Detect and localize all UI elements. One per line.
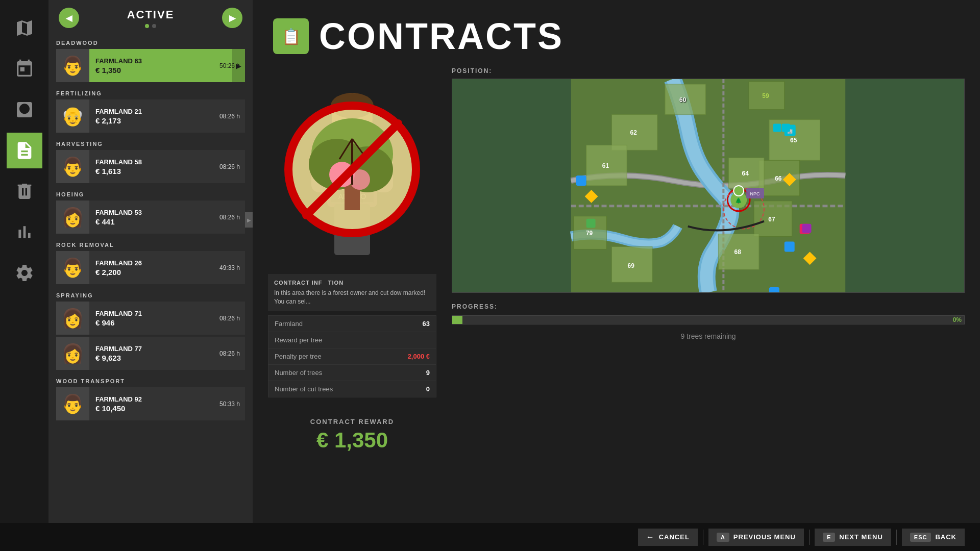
contract-info-spraying-71: FARMLAND 71 € 946 <box>89 306 219 331</box>
svg-text:NPC: NPC <box>750 191 760 196</box>
svg-rect-65 <box>769 287 779 292</box>
section-rock-removal-title: ROCK REMOVAL <box>56 242 245 248</box>
contract-item-wood-92[interactable]: 👨 FARMLAND 92 € 10,450 50:33 h <box>56 387 245 420</box>
contract-item-hoeing-53[interactable]: 👩 FARMLAND 53 € 441 08:26 h <box>56 201 245 234</box>
sidebar-item-animals[interactable] <box>7 92 42 128</box>
scroll-handle[interactable]: ▶ <box>245 212 253 228</box>
farmland-label-26: FARMLAND 26 <box>95 259 213 267</box>
avatar-wood-92: 👨 <box>56 387 89 420</box>
next-label: NEXT MENU <box>839 533 883 541</box>
farmland-label-63: FARMLAND 63 <box>95 57 213 65</box>
contract-item-spraying-77[interactable]: 👩 FARMLAND 77 € 9,623 08:26 h <box>56 337 245 370</box>
contract-description-text: In this area there is a forest owner and… <box>274 289 430 306</box>
contract-item-deadwood-63[interactable]: 👨 FARMLAND 63 € 1,350 50:26 h ▶ <box>56 49 245 82</box>
page-header: 📋 CONTRACTS <box>253 0 980 67</box>
farmland-label: Farmland <box>275 320 303 328</box>
sidebar-item-map[interactable] <box>7 10 42 46</box>
time-21: 08:26 h <box>219 113 245 120</box>
reward-71: € 946 <box>95 318 213 327</box>
time-71: 08:26 h <box>219 315 245 322</box>
prev-label: PREVIOUS MENU <box>733 533 796 541</box>
panel-next-button[interactable]: ▶ <box>222 8 242 28</box>
detail-panel: NOAH ADWOO <box>268 67 436 465</box>
svg-text:🌲: 🌲 <box>735 197 742 204</box>
farmland-label-53: FARMLAND 53 <box>95 209 213 216</box>
reward-58: € 1,613 <box>95 167 213 176</box>
contract-item-harvesting-58[interactable]: 👨 FARMLAND 58 € 1,613 08:26 h <box>56 150 245 183</box>
svg-text:64: 64 <box>742 170 749 177</box>
map-svg: 60 59 62 61 65 66 <box>452 79 964 292</box>
penalty-per-tree-row: Penalty per tree 2,000 € <box>268 348 436 365</box>
divider-1 <box>703 530 703 545</box>
progress-label: PROGRESS: <box>452 303 965 310</box>
section-wood-transport: WOOD TRANSPORT 👨 FARMLAND 92 € 10,450 50… <box>48 374 253 424</box>
section-hoeing: HOEING 👩 FARMLAND 53 € 441 08:26 h <box>48 187 253 238</box>
next-key: E <box>823 533 835 542</box>
sidebar-item-bottles[interactable] <box>7 173 42 209</box>
character-area: NOAH ADWOO <box>268 67 436 271</box>
contract-reward-section: CONTRACT REWARD € 1,350 <box>268 408 436 463</box>
number-of-trees-value: 9 <box>426 369 430 377</box>
contract-item-fertilizing-21[interactable]: 👴 FARMLAND 21 € 2,173 08:26 h <box>56 99 245 133</box>
section-fertilizing-title: FERTILIZING <box>56 90 245 96</box>
sidebar-item-contracts[interactable] <box>7 133 42 168</box>
svg-rect-67 <box>785 241 795 252</box>
map-panel: POSITION: <box>452 67 965 465</box>
contract-info-rock-26: FARMLAND 26 € 2,200 <box>89 255 219 281</box>
back-button[interactable]: ESC BACK <box>902 529 965 546</box>
contract-item-rock-26[interactable]: 👨 FARMLAND 26 € 2,200 49:33 h <box>56 251 245 284</box>
section-deadwood: DEADWOOD 👨 FARMLAND 63 € 1,350 50:26 h ▶ <box>48 36 253 86</box>
svg-text:65: 65 <box>790 137 797 144</box>
svg-text:79: 79 <box>586 230 593 237</box>
no-entry-svg <box>281 98 424 241</box>
sidebar <box>0 0 48 551</box>
cancel-label: CANCEL <box>659 533 690 541</box>
dot-1 <box>145 24 149 28</box>
avatar-spraying-77: 👩 <box>56 337 89 370</box>
time-77: 08:26 h <box>219 350 245 357</box>
avatar-hoeing-53: 👩 <box>56 201 89 234</box>
progress-bar: 0% <box>452 315 965 324</box>
reward-per-tree-row: Reward per tree <box>268 332 436 348</box>
svg-text:69: 69 <box>628 262 635 269</box>
svg-text:62: 62 <box>630 129 638 136</box>
contract-info-hoeing-53: FARMLAND 53 € 441 <box>89 205 219 230</box>
svg-point-72 <box>733 186 744 196</box>
svg-text:59: 59 <box>762 92 769 99</box>
penalty-per-tree-label: Penalty per tree <box>275 353 322 360</box>
sidebar-item-chart[interactable] <box>7 214 42 250</box>
contract-item-spraying-71[interactable]: 👩 FARMLAND 71 € 946 08:26 h <box>56 302 245 335</box>
progress-section: PROGRESS: 0% 9 trees remaining <box>452 303 965 340</box>
reward-26: € 2,200 <box>95 268 213 277</box>
position-label: POSITION: <box>452 67 965 74</box>
contract-info-spraying-77: FARMLAND 77 € 9,623 <box>89 341 219 366</box>
next-menu-button[interactable]: E NEXT MENU <box>815 529 891 546</box>
avatar-harvesting-58: 👨 <box>56 150 89 183</box>
farmland-label-21: FARMLAND 21 <box>95 108 213 115</box>
svg-text:66: 66 <box>775 175 782 182</box>
farmland-label-92: FARMLAND 92 <box>95 395 213 403</box>
prev-key: A <box>717 533 729 542</box>
avatar-rock-26: 👨 <box>56 251 89 284</box>
map-container: 60 59 62 61 65 66 <box>452 79 965 293</box>
contract-section-header-label: CONTRACT INF <box>274 280 323 286</box>
time-53: 08:26 h <box>219 214 245 221</box>
panel-prev-button[interactable]: ◀ <box>59 8 79 28</box>
svg-rect-66 <box>576 176 586 186</box>
panel-title: ACTIVE <box>127 8 175 21</box>
reward-per-tree-label: Reward per tree <box>275 336 322 344</box>
cut-trees-label: Number of cut trees <box>275 385 333 393</box>
main-content: 📋 CONTRACTS <box>253 0 980 531</box>
section-harvesting-title: HARVESTING <box>56 141 245 147</box>
section-rock-removal: ROCK REMOVAL 👨 FARMLAND 26 € 2,200 49:33… <box>48 238 253 288</box>
cut-trees-row: Number of cut trees 0 <box>268 381 436 397</box>
no-entry-overlay <box>281 98 424 241</box>
progress-bar-fill <box>452 316 462 324</box>
cancel-button[interactable]: ← CANCEL <box>638 529 698 546</box>
sidebar-item-calendar[interactable] <box>7 51 42 87</box>
divider-2 <box>809 530 810 545</box>
time-58: 08:26 h <box>219 163 245 170</box>
sidebar-item-settings[interactable] <box>7 255 42 291</box>
previous-menu-button[interactable]: A PREVIOUS MENU <box>708 529 804 546</box>
contract-info-deadwood-63: FARMLAND 63 € 1,350 <box>89 53 219 79</box>
